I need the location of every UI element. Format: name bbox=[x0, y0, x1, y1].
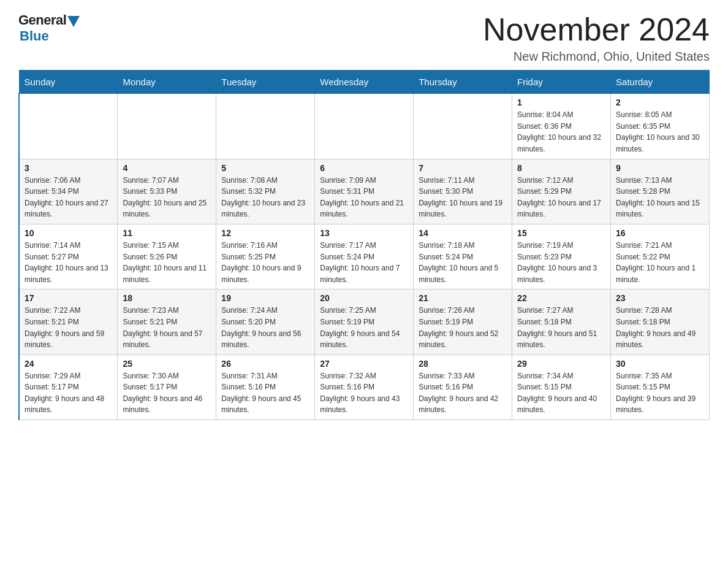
day-number: 21 bbox=[419, 293, 507, 303]
day-info: Sunrise: 8:04 AMSunset: 6:36 PMDaylight:… bbox=[517, 109, 605, 155]
calendar-cell: 12Sunrise: 7:16 AMSunset: 5:25 PMDayligh… bbox=[216, 224, 315, 289]
calendar-cell: 29Sunrise: 7:34 AMSunset: 5:15 PMDayligh… bbox=[512, 354, 611, 419]
day-info: Sunrise: 7:29 AMSunset: 5:17 PMDaylight:… bbox=[25, 370, 112, 416]
calendar-cell bbox=[19, 94, 118, 159]
day-info: Sunrise: 7:22 AMSunset: 5:21 PMDaylight:… bbox=[25, 305, 112, 350]
calendar-cell: 22Sunrise: 7:27 AMSunset: 5:18 PMDayligh… bbox=[512, 289, 611, 354]
day-number: 28 bbox=[419, 359, 507, 369]
header-thursday: Thursday bbox=[414, 71, 512, 94]
calendar-cell: 17Sunrise: 7:22 AMSunset: 5:21 PMDayligh… bbox=[19, 289, 118, 354]
day-number: 4 bbox=[123, 163, 211, 173]
header-sunday: Sunday bbox=[19, 71, 118, 94]
day-number: 17 bbox=[25, 293, 112, 303]
calendar-cell: 10Sunrise: 7:14 AMSunset: 5:27 PMDayligh… bbox=[19, 224, 118, 289]
calendar-cell: 9Sunrise: 7:13 AMSunset: 5:28 PMDaylight… bbox=[611, 159, 710, 224]
day-number: 6 bbox=[320, 163, 408, 173]
day-number: 11 bbox=[123, 228, 211, 238]
calendar-cell bbox=[216, 94, 315, 159]
day-info: Sunrise: 7:12 AMSunset: 5:29 PMDaylight:… bbox=[517, 175, 605, 220]
day-number: 24 bbox=[25, 359, 112, 369]
day-info: Sunrise: 7:16 AMSunset: 5:25 PMDaylight:… bbox=[221, 240, 309, 285]
day-info: Sunrise: 7:25 AMSunset: 5:19 PMDaylight:… bbox=[320, 305, 408, 350]
header-wednesday: Wednesday bbox=[315, 71, 414, 94]
day-number: 20 bbox=[320, 293, 408, 303]
day-info: Sunrise: 7:27 AMSunset: 5:18 PMDaylight:… bbox=[517, 305, 605, 350]
weekday-header-row: Sunday Monday Tuesday Wednesday Thursday… bbox=[19, 71, 710, 94]
calendar-cell: 20Sunrise: 7:25 AMSunset: 5:19 PMDayligh… bbox=[315, 289, 414, 354]
page-header: General Blue November 2024 New Richmond,… bbox=[18, 12, 710, 64]
day-number: 27 bbox=[320, 359, 408, 369]
logo-general-text: General bbox=[18, 12, 66, 28]
calendar-row: 17Sunrise: 7:22 AMSunset: 5:21 PMDayligh… bbox=[19, 289, 710, 354]
calendar-cell: 15Sunrise: 7:19 AMSunset: 5:23 PMDayligh… bbox=[512, 224, 611, 289]
day-number: 7 bbox=[419, 163, 507, 173]
day-number: 8 bbox=[517, 163, 605, 173]
day-info: Sunrise: 7:23 AMSunset: 5:21 PMDaylight:… bbox=[123, 305, 211, 350]
day-number: 19 bbox=[221, 293, 309, 303]
calendar-cell: 6Sunrise: 7:09 AMSunset: 5:31 PMDaylight… bbox=[315, 159, 414, 224]
calendar-cell: 3Sunrise: 7:06 AMSunset: 5:34 PMDaylight… bbox=[19, 159, 118, 224]
logo-arrow-icon bbox=[67, 16, 80, 27]
day-info: Sunrise: 8:05 AMSunset: 6:35 PMDaylight:… bbox=[616, 109, 704, 155]
day-info: Sunrise: 7:30 AMSunset: 5:17 PMDaylight:… bbox=[123, 370, 211, 416]
calendar-cell: 7Sunrise: 7:11 AMSunset: 5:30 PMDaylight… bbox=[414, 159, 512, 224]
day-info: Sunrise: 7:18 AMSunset: 5:24 PMDaylight:… bbox=[419, 240, 507, 285]
day-info: Sunrise: 7:07 AMSunset: 5:33 PMDaylight:… bbox=[123, 175, 211, 220]
day-info: Sunrise: 7:08 AMSunset: 5:32 PMDaylight:… bbox=[221, 175, 309, 220]
day-info: Sunrise: 7:19 AMSunset: 5:23 PMDaylight:… bbox=[517, 240, 605, 285]
day-number: 3 bbox=[25, 163, 112, 173]
day-number: 16 bbox=[616, 228, 704, 238]
calendar-cell: 30Sunrise: 7:35 AMSunset: 5:15 PMDayligh… bbox=[611, 354, 710, 419]
day-info: Sunrise: 7:26 AMSunset: 5:19 PMDaylight:… bbox=[419, 305, 507, 350]
header-tuesday: Tuesday bbox=[216, 71, 315, 94]
calendar-cell bbox=[118, 94, 216, 159]
page-title: November 2024 bbox=[483, 12, 710, 47]
calendar-cell: 4Sunrise: 7:07 AMSunset: 5:33 PMDaylight… bbox=[118, 159, 216, 224]
calendar-cell: 16Sunrise: 7:21 AMSunset: 5:22 PMDayligh… bbox=[611, 224, 710, 289]
header-monday: Monday bbox=[118, 71, 216, 94]
day-info: Sunrise: 7:21 AMSunset: 5:22 PMDaylight:… bbox=[616, 240, 704, 285]
day-info: Sunrise: 7:17 AMSunset: 5:24 PMDaylight:… bbox=[320, 240, 408, 285]
day-number: 26 bbox=[221, 359, 309, 369]
calendar-cell bbox=[414, 94, 512, 159]
day-number: 12 bbox=[221, 228, 309, 238]
day-number: 2 bbox=[616, 98, 704, 107]
day-number: 15 bbox=[517, 228, 605, 238]
subtitle: New Richmond, Ohio, United States bbox=[483, 50, 710, 64]
day-number: 14 bbox=[419, 228, 507, 238]
calendar-cell: 13Sunrise: 7:17 AMSunset: 5:24 PMDayligh… bbox=[315, 224, 414, 289]
header-friday: Friday bbox=[512, 71, 611, 94]
calendar-cell: 1Sunrise: 8:04 AMSunset: 6:36 PMDaylight… bbox=[512, 94, 611, 159]
calendar-cell: 18Sunrise: 7:23 AMSunset: 5:21 PMDayligh… bbox=[118, 289, 216, 354]
calendar-row: 1Sunrise: 8:04 AMSunset: 6:36 PMDaylight… bbox=[19, 94, 710, 159]
calendar-cell: 21Sunrise: 7:26 AMSunset: 5:19 PMDayligh… bbox=[414, 289, 512, 354]
calendar-cell: 14Sunrise: 7:18 AMSunset: 5:24 PMDayligh… bbox=[414, 224, 512, 289]
day-number: 10 bbox=[25, 228, 112, 238]
header-saturday: Saturday bbox=[611, 71, 710, 94]
calendar-cell: 19Sunrise: 7:24 AMSunset: 5:20 PMDayligh… bbox=[216, 289, 315, 354]
calendar-cell bbox=[315, 94, 414, 159]
calendar-row: 10Sunrise: 7:14 AMSunset: 5:27 PMDayligh… bbox=[19, 224, 710, 289]
day-number: 22 bbox=[517, 293, 605, 303]
day-number: 1 bbox=[517, 98, 605, 107]
calendar-cell: 26Sunrise: 7:31 AMSunset: 5:16 PMDayligh… bbox=[216, 354, 315, 419]
day-info: Sunrise: 7:24 AMSunset: 5:20 PMDaylight:… bbox=[221, 305, 309, 350]
calendar-cell: 24Sunrise: 7:29 AMSunset: 5:17 PMDayligh… bbox=[19, 354, 118, 419]
calendar-row: 24Sunrise: 7:29 AMSunset: 5:17 PMDayligh… bbox=[19, 354, 710, 419]
calendar-cell: 11Sunrise: 7:15 AMSunset: 5:26 PMDayligh… bbox=[118, 224, 216, 289]
title-section: November 2024 New Richmond, Ohio, United… bbox=[483, 12, 710, 64]
calendar-cell: 23Sunrise: 7:28 AMSunset: 5:18 PMDayligh… bbox=[611, 289, 710, 354]
day-info: Sunrise: 7:34 AMSunset: 5:15 PMDaylight:… bbox=[517, 370, 605, 416]
day-info: Sunrise: 7:15 AMSunset: 5:26 PMDaylight:… bbox=[123, 240, 211, 285]
day-number: 30 bbox=[616, 359, 704, 369]
calendar-cell: 25Sunrise: 7:30 AMSunset: 5:17 PMDayligh… bbox=[118, 354, 216, 419]
day-info: Sunrise: 7:35 AMSunset: 5:15 PMDaylight:… bbox=[616, 370, 704, 416]
day-info: Sunrise: 7:31 AMSunset: 5:16 PMDaylight:… bbox=[221, 370, 309, 416]
day-number: 18 bbox=[123, 293, 211, 303]
calendar-cell: 27Sunrise: 7:32 AMSunset: 5:16 PMDayligh… bbox=[315, 354, 414, 419]
day-number: 5 bbox=[221, 163, 309, 173]
day-number: 13 bbox=[320, 228, 408, 238]
calendar-row: 3Sunrise: 7:06 AMSunset: 5:34 PMDaylight… bbox=[19, 159, 710, 224]
day-number: 9 bbox=[616, 163, 704, 173]
day-info: Sunrise: 7:13 AMSunset: 5:28 PMDaylight:… bbox=[616, 175, 704, 220]
